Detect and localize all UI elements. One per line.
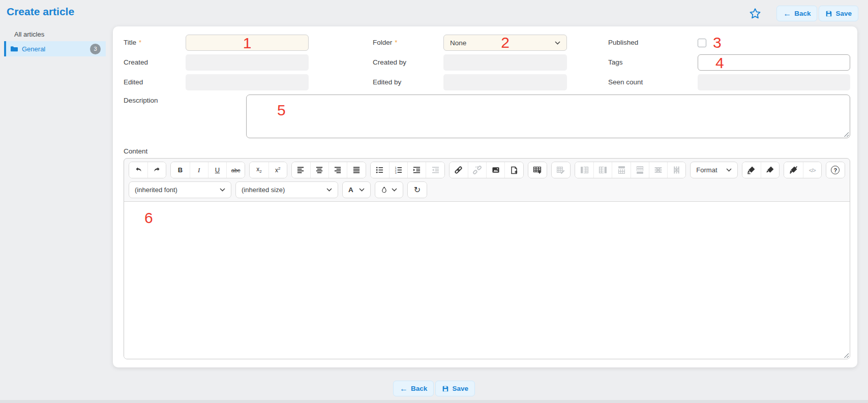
save-icon: [442, 385, 449, 392]
sidebar-item-general[interactable]: General 3: [4, 41, 106, 56]
bullet-list-button[interactable]: [371, 162, 389, 178]
align-left-button[interactable]: [292, 162, 310, 178]
droplet-icon: [381, 186, 387, 194]
published-checkbox[interactable]: [698, 39, 706, 47]
increase-indent-icon: [413, 166, 421, 174]
insert-row-above-icon: [617, 166, 626, 174]
format-dropdown[interactable]: Format: [690, 162, 738, 178]
content-editor: B I U abc x2 x2 123: [124, 158, 850, 359]
chevron-down-icon: [220, 188, 225, 192]
increase-indent-button[interactable]: [407, 162, 426, 178]
decrease-indent-button: [426, 162, 444, 178]
resize-grip-icon[interactable]: [843, 352, 849, 358]
description-label: Description: [124, 95, 246, 138]
save-button-top[interactable]: Save: [819, 6, 858, 21]
link-button[interactable]: [450, 162, 468, 178]
annotation-2: 2: [444, 35, 566, 51]
table-edit-icon: [556, 166, 565, 174]
insert-column-right-icon: [598, 166, 607, 174]
insert-column-right-button: [593, 162, 612, 178]
back-button-bottom[interactable]: ← Back: [393, 381, 434, 396]
star-icon: [749, 7, 762, 20]
tags-input[interactable]: 4: [698, 54, 850, 71]
content-label: Content: [124, 147, 857, 155]
editor-toolbar-row-2: (inherited font) (inherited size) A ↻: [124, 178, 850, 198]
table-plus-icon: [533, 166, 542, 174]
align-right-button[interactable]: [328, 162, 347, 178]
redo-button[interactable]: [147, 162, 166, 178]
created-by-label: Created by: [309, 54, 443, 71]
undo-button[interactable]: [129, 162, 147, 178]
insert-row-above-button: [612, 162, 630, 178]
remove-format-icon: [789, 166, 798, 174]
bottom-strip: [0, 400, 868, 403]
content-editing-area[interactable]: 6: [124, 201, 850, 359]
insert-table-button[interactable]: [528, 162, 547, 178]
refresh-icon: ↻: [414, 186, 421, 194]
insert-file-button[interactable]: [504, 162, 523, 178]
table-properties-button: [552, 162, 570, 178]
numbered-list-button[interactable]: 123: [389, 162, 407, 178]
align-right-icon: [334, 166, 342, 174]
edited-by-field: [443, 74, 567, 90]
format-brush-icon: [766, 166, 774, 174]
copy-formatting-button[interactable]: [742, 162, 761, 178]
editor-toolbar-row-1: B I U abc x2 x2 123: [124, 159, 850, 178]
refresh-button[interactable]: ↻: [408, 182, 427, 198]
underline-icon: U: [215, 166, 220, 174]
undo-icon: [134, 166, 143, 174]
back-button-label: Back: [794, 10, 811, 17]
chevron-down-icon: [326, 188, 332, 192]
subscript-icon: x2: [256, 166, 261, 174]
subscript-button[interactable]: x2: [250, 162, 268, 178]
align-justify-button[interactable]: [347, 162, 365, 178]
annotation-5: 5: [277, 102, 286, 118]
font-family-dropdown[interactable]: (inherited font): [129, 181, 231, 198]
edited-field: [186, 74, 309, 90]
annotation-3: 3: [713, 35, 722, 50]
source-code-button[interactable]: </>: [803, 162, 821, 178]
seen-count-label: Seen count: [567, 74, 698, 90]
favorite-button[interactable]: [749, 7, 762, 20]
font-family-value: (inherited font): [135, 186, 177, 194]
align-left-icon: [297, 166, 305, 174]
image-icon: [492, 166, 500, 174]
title-input[interactable]: 1: [186, 35, 309, 51]
resize-grip-icon[interactable]: [843, 131, 849, 137]
unlink-button: [468, 162, 486, 178]
back-button-top[interactable]: ← Back: [776, 6, 817, 21]
folder-label: Folder*: [309, 35, 443, 51]
format-dropdown-value: Format: [696, 166, 717, 174]
delete-row-button: [649, 162, 667, 178]
back-button-label: Back: [411, 385, 427, 392]
insert-row-below-icon: [636, 166, 644, 174]
folder-icon: [10, 45, 18, 53]
align-center-button[interactable]: [310, 162, 328, 178]
superscript-button[interactable]: x2: [268, 162, 287, 178]
remove-format-button[interactable]: [784, 162, 802, 178]
help-button[interactable]: ?: [826, 162, 845, 178]
back-arrow-icon: ←: [400, 385, 408, 393]
bold-button[interactable]: B: [171, 162, 189, 178]
save-icon: [825, 10, 832, 17]
strikethrough-button[interactable]: abc: [226, 162, 245, 178]
save-button-bottom[interactable]: Save: [435, 381, 475, 396]
font-size-dropdown[interactable]: (inherited size): [235, 181, 338, 198]
apply-formatting-button[interactable]: [761, 162, 779, 178]
italic-button[interactable]: I: [190, 162, 208, 178]
code-view-icon: </>: [809, 167, 816, 173]
bold-icon: B: [178, 166, 183, 174]
numbered-list-icon: 123: [395, 166, 402, 174]
delete-column-button: [667, 162, 685, 178]
folder-select[interactable]: None 2: [443, 35, 567, 51]
font-size-value: (inherited size): [242, 186, 285, 194]
background-color-dropdown[interactable]: [375, 181, 403, 198]
sidebar: All articles General 3: [0, 26, 106, 56]
description-textarea[interactable]: 5: [246, 95, 850, 138]
title-label: Title*: [124, 35, 186, 51]
insert-image-button[interactable]: [486, 162, 504, 178]
text-color-dropdown[interactable]: A: [342, 181, 371, 198]
chevron-down-icon: [726, 168, 732, 172]
edited-label: Edited: [124, 74, 186, 90]
underline-button[interactable]: U: [208, 162, 226, 178]
